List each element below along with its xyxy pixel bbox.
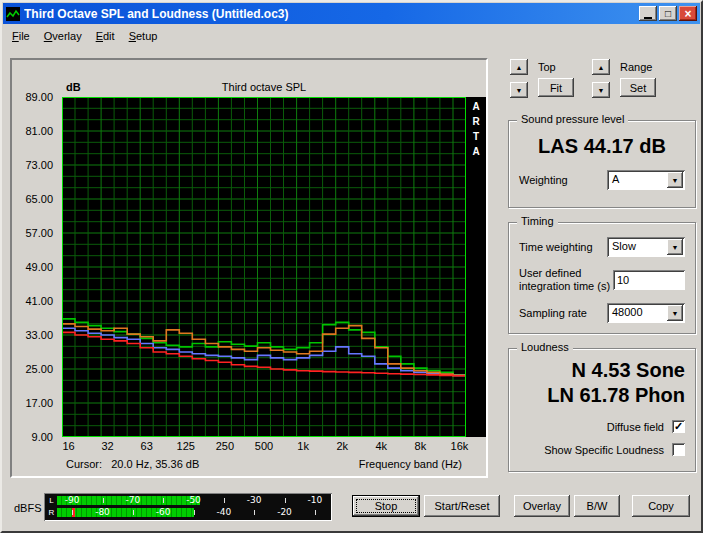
- menu-file[interactable]: File: [5, 27, 37, 45]
- meter-tick: [133, 510, 134, 515]
- meter-tick: [254, 510, 255, 515]
- x-tick-label: 125: [177, 440, 195, 452]
- meter-scale-number: -10: [307, 496, 322, 505]
- range-up-button[interactable]: ▲: [592, 59, 610, 75]
- x-tick-label: 8k: [415, 440, 427, 452]
- integration-time-label: User defined integration time (s): [519, 267, 610, 293]
- sampling-rate-combo[interactable]: 48000 ▼: [607, 303, 685, 323]
- dropdown-arrow-icon[interactable]: ▼: [667, 239, 683, 255]
- range-down-button[interactable]: ▼: [592, 82, 610, 98]
- maximize-button[interactable]: □: [659, 6, 677, 21]
- window-title: Third Octave SPL and Loudness (Untitled.…: [24, 7, 635, 21]
- timing-group-label: Timing: [517, 215, 558, 227]
- dbfs-label: dBFS: [14, 502, 42, 514]
- meter-tick: [103, 498, 104, 503]
- app-icon: [6, 7, 20, 21]
- integration-time-input[interactable]: [613, 270, 685, 290]
- meter-tick: [315, 510, 316, 515]
- stop-button[interactable]: Stop: [352, 495, 420, 517]
- arta-letter: R: [466, 114, 486, 129]
- top-down-button[interactable]: ▼: [510, 82, 528, 98]
- bw-button[interactable]: B/W: [574, 495, 620, 517]
- meter-channel-label: L: [46, 495, 57, 506]
- arta-watermark: ARTA: [466, 99, 486, 159]
- chart-panel: dB Third octave SPL 89.0081.0073.0065.00…: [10, 58, 488, 478]
- copy-button[interactable]: Copy: [632, 495, 690, 517]
- y-tick-label: 65.00: [12, 193, 53, 205]
- spl-value: LAS 44.17 dB: [509, 135, 695, 158]
- weighting-combo[interactable]: A ▼: [607, 170, 685, 190]
- set-button[interactable]: Set: [620, 78, 656, 97]
- titlebar[interactable]: Third Octave SPL and Loudness (Untitled.…: [3, 3, 700, 24]
- up-arrow-icon: ▲: [516, 64, 523, 71]
- up-arrow-icon: ▲: [598, 64, 605, 71]
- maximize-icon: □: [665, 8, 671, 19]
- spl-plot[interactable]: [62, 97, 466, 437]
- meter-level-fill: [57, 508, 194, 517]
- x-tick-label: 32: [101, 440, 113, 452]
- menu-overlay[interactable]: Overlay: [37, 27, 89, 45]
- arta-letter: A: [466, 99, 486, 114]
- dropdown-arrow-icon[interactable]: ▼: [667, 305, 683, 321]
- meter-tick: [163, 498, 164, 503]
- x-tick-label: 4k: [375, 440, 387, 452]
- weighting-value: A: [612, 173, 619, 185]
- graph-scale-controls: ▲ ▼ Top Fit ▲ ▼ Range Set: [510, 59, 656, 98]
- y-tick-label: 33.00: [12, 329, 53, 341]
- loudness-group: Loudness N 4.53 Sone LN 61.78 Phon Diffu…: [508, 348, 696, 472]
- sampling-rate-value: 48000: [612, 306, 643, 318]
- meter-scale-number: -50: [186, 496, 201, 505]
- start-reset-button[interactable]: Start/Reset: [424, 495, 500, 517]
- time-weighting-value: Slow: [612, 240, 636, 252]
- spl-group: Sound pressure level LAS 44.17 dB Weight…: [508, 120, 696, 208]
- meter-scale-number: -20: [277, 508, 292, 517]
- top-up-button[interactable]: ▲: [510, 59, 528, 75]
- close-icon: ×: [684, 7, 691, 21]
- plot-area[interactable]: ARTA: [62, 97, 486, 437]
- x-axis-label: Frequency band (Hz): [359, 458, 462, 470]
- minimize-button[interactable]: [639, 6, 657, 21]
- time-weighting-combo[interactable]: Slow ▼: [607, 237, 685, 257]
- diffuse-field-label: Diffuse field: [607, 421, 664, 433]
- menubar: FileOverlayEditSetup: [3, 25, 700, 46]
- meter-bar: -90-70-50-30-10: [57, 495, 330, 506]
- x-tick-label: 16k: [451, 440, 469, 452]
- top-spin-group: ▲ ▼ Top Fit: [510, 59, 574, 98]
- timing-group: Timing Time weighting Slow ▼ User define…: [508, 222, 696, 334]
- level-meter: L-90-70-50-30-10R-80-60-40-20: [44, 493, 332, 521]
- x-tick-label: 16: [62, 440, 74, 452]
- arta-letter: A: [466, 144, 486, 159]
- y-tick-label: 17.00: [12, 397, 53, 409]
- y-tick-label: 57.00: [12, 227, 53, 239]
- minimize-icon: [644, 17, 652, 19]
- meter-row-l: L-90-70-50-30-10: [46, 495, 330, 506]
- close-button[interactable]: ×: [679, 6, 697, 21]
- top-label: Top: [538, 61, 556, 73]
- meter-tick: [285, 498, 286, 503]
- menu-edit[interactable]: Edit: [89, 27, 122, 45]
- specific-loudness-checkbox[interactable]: [672, 443, 685, 456]
- down-arrow-icon: ▼: [598, 87, 605, 94]
- window-controls: □ ×: [639, 6, 697, 21]
- overlay-button[interactable]: Overlay: [514, 495, 570, 517]
- loudness-phon-value: LN 61.78 Phon: [509, 384, 695, 407]
- y-axis: 89.0081.0073.0065.0057.0049.0041.0033.00…: [12, 97, 56, 449]
- fit-button[interactable]: Fit: [538, 78, 574, 97]
- y-tick-label: 41.00: [12, 295, 53, 307]
- meter-tick: [194, 510, 195, 515]
- dropdown-arrow-icon[interactable]: ▼: [667, 172, 683, 188]
- x-axis: 1632631252505001k2k4k8k16k: [62, 440, 466, 454]
- x-tick-label: 500: [255, 440, 273, 452]
- loudness-group-label: Loudness: [517, 341, 573, 353]
- app-window: Third Octave SPL and Loudness (Untitled.…: [0, 0, 703, 533]
- y-tick-label: 73.00: [12, 159, 53, 171]
- meter-tick: [224, 498, 225, 503]
- diffuse-field-checkbox[interactable]: ✓: [672, 420, 685, 433]
- chart-title: Third octave SPL: [62, 81, 466, 93]
- y-tick-label: 81.00: [12, 125, 53, 137]
- x-tick-label: 1k: [297, 440, 309, 452]
- menu-setup[interactable]: Setup: [122, 27, 165, 45]
- cursor-readout: Cursor: 20.0 Hz, 35.36 dB: [66, 458, 199, 470]
- loudness-sone-value: N 4.53 Sone: [509, 359, 695, 382]
- meter-scale-number: -90: [65, 496, 80, 505]
